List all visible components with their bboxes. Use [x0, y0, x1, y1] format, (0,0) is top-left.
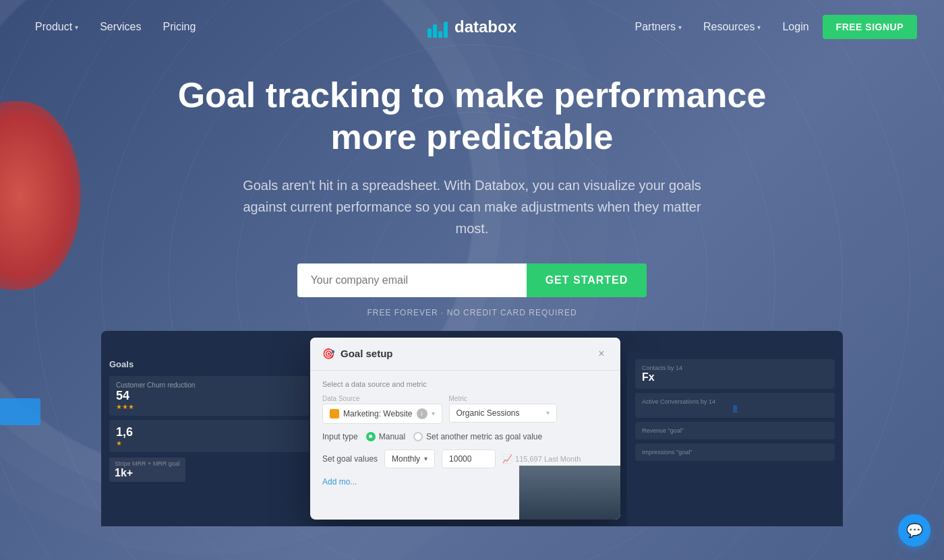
- metric-value: Organic Sessions: [456, 408, 520, 418]
- manual-radio[interactable]: Manual: [366, 432, 405, 441]
- free-signup-button[interactable]: FREE SIGNUP: [823, 15, 917, 39]
- hero-subtitle: Goals aren't hit in a spreadsheet. With …: [236, 175, 708, 239]
- manual-label: Manual: [379, 432, 405, 441]
- goal-value-input[interactable]: [442, 449, 496, 468]
- add-more-link[interactable]: Add mo...: [322, 477, 357, 487]
- nav-right: Partners ▾ Resources ▾ Login FREE SIGNUP: [626, 15, 917, 39]
- data-source-label: Data Source: [322, 395, 442, 402]
- last-month-value: 115,697 Last Month: [515, 455, 581, 463]
- goal-values-label: Set goal values: [322, 454, 378, 464]
- nav-left: Product ▾ Services Pricing: [27, 15, 204, 38]
- cta-form: GET STARTED: [27, 263, 917, 297]
- modal-title: 🎯 Goal setup: [322, 348, 393, 360]
- metric-group: Metric Organic Sessions ▾: [449, 395, 557, 424]
- frequency-select[interactable]: Monthly ▾: [384, 449, 435, 468]
- goal-item-1-stars: ★★★: [116, 403, 302, 410]
- goal-item-1: Customer Churn reduction 54 ★★★: [109, 376, 309, 416]
- dashboard-preview: Goals Customer Churn reduction 54 ★★★ 1,…: [101, 331, 843, 526]
- nav-item-services[interactable]: Services: [92, 15, 149, 38]
- modal-section-label: Select a data source and metric: [322, 380, 608, 388]
- chevron-down-icon-datasource: ▾: [432, 410, 435, 417]
- metric-1-label: Contacts by 14: [642, 365, 828, 371]
- metric-4-label: Impressions "goal": [642, 449, 828, 456]
- modal-fields-row: Data Source Marketing: Website i ▾ Metri…: [322, 395, 608, 424]
- dark-metric: Stripe MRR + MRR goal 1k+: [109, 458, 185, 482]
- metric-card-1: Contacts by 14 Fx: [635, 359, 835, 389]
- goal-item-2-value: 1,6: [116, 425, 302, 439]
- goals-panel-title: Goals: [109, 359, 309, 369]
- metric-card-3: Revenue "goal": [635, 422, 835, 439]
- manual-radio-btn[interactable]: [366, 432, 376, 441]
- chevron-down-icon: ▾: [75, 24, 78, 31]
- data-source-select[interactable]: Marketing: Website i ▾: [322, 404, 442, 424]
- metric-3-label: Revenue "goal": [642, 427, 828, 434]
- logo-icon: [427, 16, 449, 38]
- cta-note: FREE FOREVER · NO CREDIT CARD REQUIRED: [27, 308, 917, 317]
- email-input[interactable]: [297, 263, 527, 297]
- hero-title: Goal tracking to make performance more p…: [135, 74, 809, 158]
- dashboard-bg: Goals Customer Churn reduction 54 ★★★ 1,…: [101, 331, 843, 526]
- other-metric-label: Set another metric as goal value: [426, 432, 542, 441]
- input-type-label: Input type: [322, 432, 358, 441]
- nav-item-pricing[interactable]: Pricing: [155, 15, 204, 38]
- video-play-area[interactable]: [519, 466, 620, 520]
- chevron-down-icon-metric: ▾: [546, 409, 550, 416]
- nav-item-login[interactable]: Login: [774, 15, 817, 38]
- frequency-value: Monthly: [392, 454, 420, 464]
- metric-select[interactable]: Organic Sessions ▾: [449, 404, 557, 423]
- goal-item-2: 1,6 ★: [109, 420, 309, 452]
- hero-section: Goal tracking to make performance more p…: [0, 54, 944, 317]
- metric-card-2: Active Conversations by 14 👤: [635, 393, 835, 418]
- chevron-down-icon-partners: ▾: [678, 24, 682, 31]
- trend-icon: 📈: [502, 454, 512, 464]
- last-month-stat: 📈 115,697 Last Month: [502, 454, 581, 464]
- nav-item-partners[interactable]: Partners ▾: [626, 15, 689, 38]
- navbar: Product ▾ Services Pricing databox Partn…: [0, 0, 944, 54]
- right-panel: Contacts by 14 Fx Active Conversations b…: [627, 351, 843, 526]
- metric-label: Metric: [449, 395, 557, 402]
- goal-icon: 🎯: [322, 348, 335, 360]
- modal-header: 🎯 Goal setup ×: [310, 338, 620, 371]
- goal-item-1-label: Customer Churn reduction: [116, 381, 302, 389]
- modal-close-button[interactable]: ×: [595, 347, 608, 361]
- other-metric-radio[interactable]: Set another metric as goal value: [413, 432, 542, 441]
- info-icon: i: [417, 408, 427, 419]
- logo[interactable]: databox: [427, 16, 517, 38]
- chevron-down-icon-resources: ▾: [757, 24, 761, 31]
- metric-1-value: Fx: [642, 371, 828, 383]
- nav-item-product[interactable]: Product ▾: [27, 15, 86, 38]
- data-source-group: Data Source Marketing: Website i ▾: [322, 395, 442, 424]
- goal-item-2-stars: ★: [116, 439, 302, 447]
- goals-panel: Goals Customer Churn reduction 54 ★★★ 1,…: [101, 351, 317, 526]
- data-source-value: Marketing: Website: [343, 409, 413, 418]
- input-type-row: Input type Manual Set another metric as …: [322, 432, 608, 441]
- datasource-icon: [330, 409, 339, 418]
- decorative-shape: [0, 398, 40, 425]
- nav-item-resources[interactable]: Resources ▾: [695, 15, 769, 38]
- get-started-button[interactable]: GET STARTED: [527, 263, 647, 297]
- chat-icon: 💬: [906, 522, 923, 538]
- goal-item-1-value: 54: [116, 389, 302, 403]
- metric-2-icon: 👤: [642, 405, 828, 412]
- chat-widget[interactable]: 💬: [898, 514, 931, 547]
- other-radio-btn[interactable]: [413, 432, 423, 441]
- metric-card-4: Impressions "goal": [635, 443, 835, 461]
- goal-setup-modal: 🎯 Goal setup × Select a data source and …: [310, 338, 620, 520]
- metric-2-label: Active Conversations by 14: [642, 398, 828, 405]
- chevron-down-icon-frequency: ▾: [424, 455, 427, 462]
